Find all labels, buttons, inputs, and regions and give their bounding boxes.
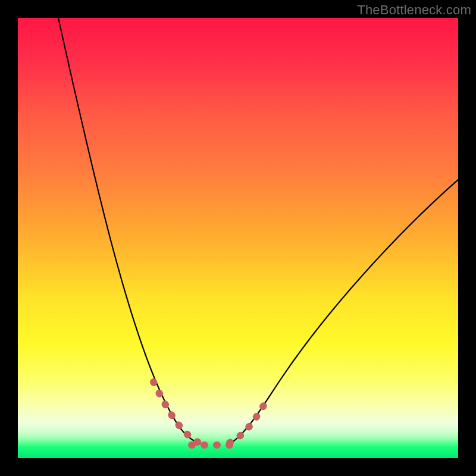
watermark-text: TheBottleneck.com: [357, 2, 471, 18]
gradient-background: [18, 18, 458, 458]
chart-plot-area: [18, 18, 458, 458]
chart-svg: [18, 18, 458, 458]
